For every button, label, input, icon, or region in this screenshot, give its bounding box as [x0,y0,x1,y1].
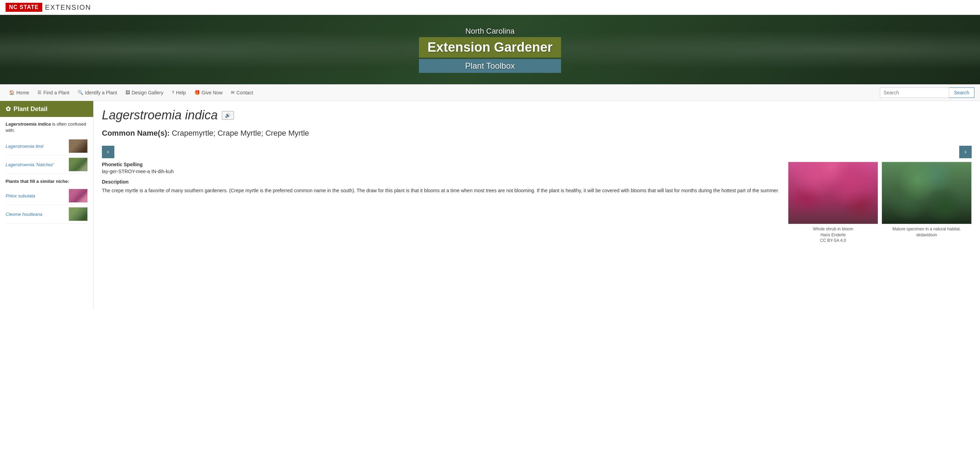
nav-help-label: Help [176,90,186,96]
sidebar-plant-name: Cleome houtteana [6,212,65,217]
description-label: Description [102,179,781,185]
nav-give-now[interactable]: 🎁 Give Now [191,86,226,99]
identify-icon: 🔍 [78,90,83,95]
nav-contact-label: Contact [236,90,253,96]
description-column: Phonetic Spelling lay-ger-STROY-mee-a IN… [102,162,781,244]
nav-home-label: Home [16,90,29,96]
nav-design-gallery[interactable]: 🖼 Design Gallery [122,86,167,99]
search-input[interactable] [880,88,949,98]
caption-line3: CC BY-SA 4.0 [820,238,846,243]
carousel-row: ‹ › [102,146,972,158]
banner-toolbox: Plant Toolbox [419,59,561,73]
carousel-next-button[interactable]: › [959,146,972,158]
sidebar-plant-thumb [68,207,88,221]
search-area: Search [880,88,974,98]
phonetic-value: lay-ger-STROY-mee-a IN-dih-kuh [102,169,781,174]
nav-identify-plant-label: Identify a Plant [85,90,117,96]
list-item[interactable]: Phlox subulata [6,187,88,205]
nav-give-now-label: Give Now [202,90,223,96]
list-icon: ☰ [37,90,41,95]
detail-columns: Phonetic Spelling lay-ger-STROY-mee-a IN… [102,162,972,244]
banner-title: North Carolina Extension Gardener Plant … [419,27,561,73]
sidebar-content: Lagerstroemia indica is often confused w… [0,117,93,228]
list-item[interactable]: Lagerstroemia limii [6,137,88,155]
confused-plant-name: Lagerstroemia indica [6,121,51,127]
main-detail: Lagerstroemia indica 🔊 Common Name(s): C… [94,101,980,309]
common-names-label: Common Name(s): [102,129,170,137]
sidebar-plant-name: Lagerstroemia limii [6,144,65,149]
top-bar: NC STATE EXTENSION [0,0,980,15]
plant-image-caption-1: Whole shrub in bloom Hans Enderle CC BY-… [813,226,853,244]
sidebar-plant-thumb [68,158,88,171]
nav-home[interactable]: 🏠 Home [6,86,33,99]
sidebar-plant-thumb [68,189,88,203]
gift-icon: 🎁 [194,90,200,95]
sidebar: ✿ Plant Detail Lagerstroemia indica is o… [0,101,94,309]
nav-identify-plant[interactable]: 🔍 Identify a Plant [74,86,121,99]
phonetic-label: Phonetic Spelling [102,162,781,167]
confused-with-title: Lagerstroemia indica is often confused w… [6,121,88,134]
plant-image-block: Whole shrub in bloom Hans Enderle CC BY-… [788,162,878,244]
similar-niche-title: Plants that fill a similar niche: [6,179,88,184]
caption-line2: Hans Enderle [821,232,846,237]
images-column: Whole shrub in bloom Hans Enderle CC BY-… [788,162,972,244]
common-names: Common Name(s): Crapemyrtle; Crape Myrtl… [102,128,972,139]
plant-icon: ✿ [6,105,11,113]
nav-contact[interactable]: ✉ Contact [228,86,256,99]
plant-scientific-name: Lagerstroemia indica [102,108,218,123]
nav-bar: 🏠 Home ☰ Find a Plant 🔍 Identify a Plant… [0,84,980,101]
content-area: ✿ Plant Detail Lagerstroemia indica is o… [0,101,980,309]
caption-line1: Mature specimen in a natural habitat. [892,227,961,232]
caption-line2: skdavidson [916,232,937,237]
gallery-icon: 🖼 [126,90,130,95]
nav-find-plant-label: Find a Plant [43,90,69,96]
nav-find-plant[interactable]: ☰ Find a Plant [34,86,73,99]
sidebar-header-label: Plant Detail [14,105,48,113]
carousel-prev-button[interactable]: ‹ [102,146,115,158]
plant-title-area: Lagerstroemia indica 🔊 [102,108,972,123]
banner: North Carolina Extension Gardener Plant … [0,15,980,84]
sidebar-plant-thumb [68,139,88,153]
nav-design-gallery-label: Design Gallery [132,90,164,96]
nav-help[interactable]: ? Help [169,86,189,99]
sidebar-plant-name: Lagerstroemia 'Natchez' [6,162,65,167]
list-item[interactable]: Cleome houtteana [6,205,88,224]
home-icon: 🏠 [9,90,14,95]
caption-line1: Whole shrub in bloom [813,227,853,232]
search-button[interactable]: Search [949,88,974,98]
sidebar-header: ✿ Plant Detail [0,101,93,117]
common-names-values: Crapemyrtle; Crape Myrtle; Crepe Myrtle [172,129,309,137]
help-icon: ? [172,90,174,95]
extension-label: EXTENSION [45,3,91,11]
plant-image-block: Mature specimen in a natural habitat. sk… [881,162,972,244]
sidebar-plant-name: Phlox subulata [6,193,65,198]
banner-main-title: Extension Gardener [419,37,561,58]
banner-subtitle: North Carolina [419,27,561,36]
plant-image-caption-2: Mature specimen in a natural habitat. sk… [892,226,961,238]
list-item[interactable]: Lagerstroemia 'Natchez' [6,155,88,174]
nav-links: 🏠 Home ☰ Find a Plant 🔍 Identify a Plant… [6,86,880,99]
audio-button[interactable]: 🔊 [222,111,234,120]
description-text: The crepe myrtle is a favorite of many s… [102,187,781,194]
plant-image-shrub [788,162,878,224]
plant-image-specimen [881,162,972,224]
email-icon: ✉ [231,90,235,95]
nc-state-badge: NC STATE [6,3,42,12]
